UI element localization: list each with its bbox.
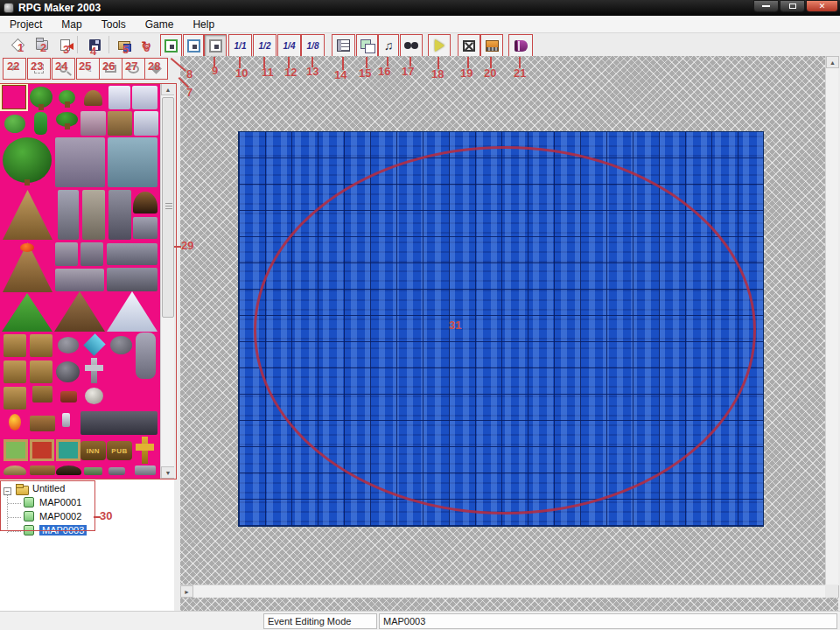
menu-map[interactable]: Map <box>52 17 91 32</box>
annotation-26: 26 <box>102 60 115 72</box>
toolbar-separator <box>77 36 78 53</box>
search-icon <box>404 41 418 50</box>
annotation-box <box>0 480 95 531</box>
minimize-button[interactable] <box>753 0 779 12</box>
drawn-ellipse <box>254 146 756 514</box>
database-icon <box>337 39 350 52</box>
fullscreen-icon <box>463 40 475 52</box>
annotation-23: 23 <box>31 60 43 72</box>
scrollbar-corner <box>825 584 838 598</box>
music-button[interactable]: ♫ <box>378 34 399 57</box>
annotation-21: 21 <box>514 67 526 79</box>
zoom-1-1-button[interactable]: 1/1 <box>228 34 252 57</box>
event-layer-button[interactable] <box>204 34 227 57</box>
fullscreen-button[interactable] <box>458 34 480 57</box>
status-mode: Event Editing Mode <box>263 613 377 629</box>
title-bar: RPG Maker 2003 ✕ <box>0 0 840 16</box>
annotation-22: 22 <box>7 60 19 72</box>
zoom-1-1-button-label: 1/1 <box>234 41 247 51</box>
toolbar-separator <box>108 36 109 53</box>
annotation-2: 2 <box>40 42 46 53</box>
maximize-button[interactable] <box>780 0 805 12</box>
status-bar: Event Editing Mode MAP0003 <box>0 611 840 630</box>
annotation-box <box>0 83 177 480</box>
annotation-30: 30 <box>100 510 112 522</box>
annotation-6: 6 <box>144 42 150 53</box>
resources-icon <box>360 39 374 52</box>
help-button[interactable] <box>508 34 533 57</box>
close-button[interactable]: ✕ <box>806 0 838 12</box>
annotation-4: 4 <box>90 46 96 57</box>
annotation-24: 24 <box>55 60 67 72</box>
annotation-8: 8 <box>186 68 192 80</box>
layer-low-icon <box>164 39 178 52</box>
annotation-28: 28 <box>148 60 160 72</box>
menu-bar: ProjectMapToolsGameHelp <box>0 16 840 33</box>
annotation-10: 10 <box>235 67 248 79</box>
map-canvas[interactable] <box>238 131 764 527</box>
database-button[interactable] <box>332 34 355 57</box>
scroll-right-icon[interactable]: ► <box>180 585 193 598</box>
annotation-9: 9 <box>212 65 218 76</box>
scroll-up-icon[interactable]: ▲ <box>826 56 839 68</box>
annotation-16: 16 <box>378 66 390 77</box>
zoom-1-8-button-label: 1/8 <box>307 41 319 51</box>
zoom-1-4-button-label: 1/4 <box>284 41 296 51</box>
window-title: RPG Maker 2003 <box>18 0 101 16</box>
window-controls: ✕ <box>752 0 838 12</box>
rpg-maker-window: RPG Maker 2003 ✕ ProjectMapToolsGameHelp… <box>0 0 840 630</box>
zoom-1-2-button[interactable]: 1/2 <box>253 34 276 57</box>
playtest-button[interactable] <box>428 34 451 57</box>
annotation-18: 18 <box>431 68 444 80</box>
menu-project[interactable]: Project <box>0 17 52 32</box>
annotation-29: 29 <box>181 240 193 251</box>
title-screen-icon <box>486 40 499 52</box>
annotation-14: 14 <box>334 69 346 80</box>
layer-up-icon <box>187 39 200 52</box>
annotation-7: 7 <box>186 87 192 98</box>
map-editor-area: ▲ ▼ ◄ ► <box>180 56 838 611</box>
annotation-17: 17 <box>402 66 414 77</box>
annotation-19: 19 <box>460 67 472 79</box>
help-icon <box>514 40 528 52</box>
annotation-13: 13 <box>306 66 318 77</box>
menu-game[interactable]: Game <box>136 17 184 32</box>
menu-tools[interactable]: Tools <box>92 17 136 32</box>
music-icon: ♫ <box>384 39 394 52</box>
annotation-3: 3 <box>63 44 69 55</box>
title-screen-button[interactable] <box>480 34 503 57</box>
upper-layer-button[interactable] <box>183 34 204 57</box>
annotation-31: 31 <box>449 319 461 331</box>
lower-layer-button[interactable] <box>160 34 182 57</box>
status-map-name: MAP0003 <box>379 613 837 629</box>
menu-help[interactable]: Help <box>183 17 224 32</box>
annotation-leader-line <box>174 246 181 248</box>
annotation-27: 27 <box>125 60 137 72</box>
annotation-1: 1 <box>18 42 24 53</box>
search-button[interactable] <box>400 34 423 57</box>
play-icon <box>435 39 444 52</box>
map-horizontal-scrollbar[interactable]: ◄ ► <box>180 584 825 598</box>
annotation-25: 25 <box>79 60 91 72</box>
annotation-12: 12 <box>284 66 297 78</box>
layer-event-icon <box>209 39 222 52</box>
resource-manager-button[interactable] <box>356 34 378 57</box>
zoom-1-4-button[interactable]: 1/4 <box>277 34 301 57</box>
map-vertical-scrollbar[interactable]: ▲ ▼ <box>825 56 838 598</box>
zoom-1-8-button[interactable]: 1/8 <box>301 34 325 57</box>
annotation-5: 5 <box>122 44 129 55</box>
annotation-20: 20 <box>484 67 496 79</box>
annotation-15: 15 <box>359 67 371 79</box>
annotation-11: 11 <box>262 66 274 78</box>
app-icon <box>4 3 14 13</box>
zoom-1-2-button-label: 1/2 <box>259 41 271 51</box>
